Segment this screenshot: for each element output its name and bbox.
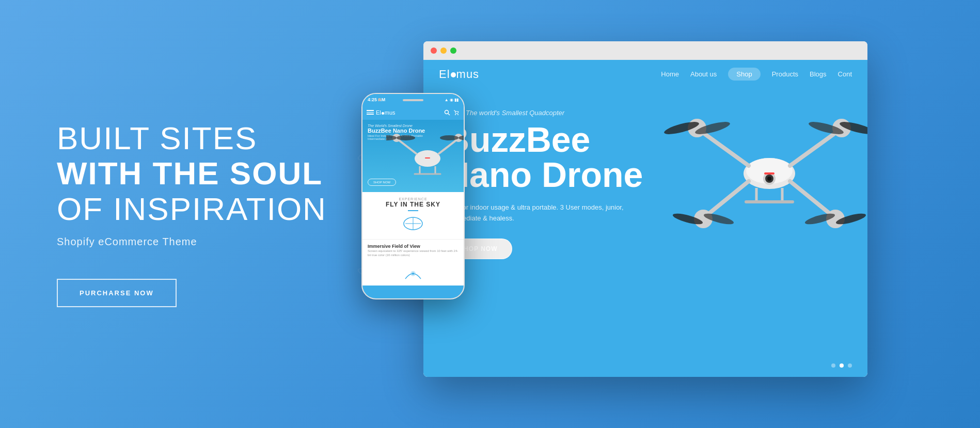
- phone-immersive-section: Immersive Field of View Screen equivalen…: [362, 239, 464, 262]
- phone-screen: 4:25 AM ▲ ◉ ▮▮ Elmus: [362, 94, 464, 298]
- phone-fly-section: Experience FLY IN THE SKY: [362, 192, 464, 239]
- website-logo: Elmus: [439, 68, 479, 81]
- svg-line-22: [790, 132, 836, 166]
- phone-search-icon[interactable]: [444, 109, 450, 116]
- svg-line-23: [707, 181, 749, 215]
- phone-feature-icon: [403, 216, 423, 231]
- svg-point-62: [412, 273, 414, 275]
- svg-line-24: [790, 181, 831, 215]
- phone-section2-text: Screen equivalent to 325' experience vie…: [368, 249, 459, 258]
- website-description: Ideal for indoor usage & ultra portable.…: [444, 202, 640, 224]
- browser-dot-green[interactable]: [450, 47, 456, 54]
- phone-speaker: [403, 99, 423, 101]
- hero-section: BUILT SITES WITH THE SOUL OF INSPIRATION…: [0, 0, 980, 428]
- phone-section-label: Experience: [368, 197, 459, 201]
- headline-line1: BUILT SITES: [57, 121, 330, 156]
- svg-rect-37: [764, 172, 774, 175]
- svg-line-46: [399, 140, 417, 154]
- browser-drone-illustration: [661, 70, 867, 277]
- phone-camera: [378, 98, 381, 101]
- left-content: BUILT SITES WITH THE SOUL OF INSPIRATION…: [0, 121, 330, 307]
- svg-rect-57: [425, 157, 430, 158]
- website-dots: [831, 363, 852, 368]
- logo-dot: [451, 72, 456, 77]
- phone-section2-title: Immersive Field of View: [368, 244, 459, 249]
- browser-mockup: Elmus Home About us Shop Products Blogs …: [423, 41, 867, 377]
- dot-3[interactable]: [848, 363, 852, 368]
- phone-nav: Elmus: [362, 105, 464, 120]
- phone-status-time: 4:25 AM: [368, 97, 385, 102]
- headline-bold: WITH THE SOUL: [57, 156, 330, 191]
- svg-point-20: [767, 177, 771, 181]
- phone-cart-icon[interactable]: [453, 109, 460, 116]
- svg-point-51: [397, 135, 415, 140]
- phone-divider: [408, 210, 418, 211]
- purchase-button[interactable]: PURCHARSE NOW: [57, 279, 177, 307]
- phone-bottom-icon: [362, 262, 464, 286]
- phone-logo: Elmus: [376, 109, 396, 116]
- svg-point-53: [440, 135, 459, 140]
- svg-line-21: [702, 132, 749, 166]
- browser-titlebar: [423, 41, 867, 60]
- phone-shop-btn[interactable]: SHOP NOW: [368, 179, 396, 186]
- phone-section-title: FLY IN THE SKY: [368, 201, 459, 208]
- svg-point-41: [445, 110, 449, 114]
- svg-line-42: [448, 114, 450, 115]
- browser-dot-red[interactable]: [431, 47, 437, 54]
- phone-drone-icon: [386, 125, 464, 187]
- phone-nav-icons: [444, 109, 460, 116]
- svg-line-47: [438, 140, 456, 154]
- phone-status-icons: ▲ ◉ ▮▮: [445, 98, 459, 102]
- browser-dot-yellow[interactable]: [440, 47, 447, 54]
- phone-menu-icon[interactable]: [367, 110, 374, 115]
- right-content: Elmus Home About us Shop Products Blogs …: [330, 0, 980, 428]
- headline-bold-line2: OF INSPIRATION: [57, 192, 330, 227]
- dot-2[interactable]: [840, 363, 844, 368]
- phone-bottom-feature-icon: [403, 266, 423, 281]
- phone-mockup: 4:25 AM ▲ ◉ ▮▮ Elmus: [361, 93, 465, 299]
- phone-icon-area: [368, 213, 459, 234]
- dot-1[interactable]: [831, 363, 835, 368]
- svg-point-44: [457, 114, 459, 115]
- phone-hero-section: The World's Smallest Drone BuzzBee Nano …: [362, 120, 464, 192]
- subtitle: Shopify eCommerce Theme: [57, 236, 330, 248]
- svg-point-43: [455, 114, 456, 115]
- website-content: Elmus Home About us Shop Products Blogs …: [423, 60, 867, 377]
